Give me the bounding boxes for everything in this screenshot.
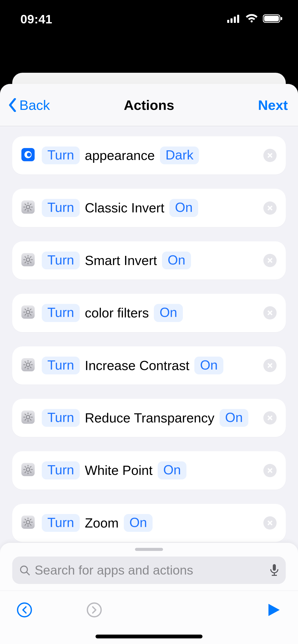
svg-line-14 [25, 204, 26, 205]
action-state-pill[interactable]: On [154, 304, 183, 322]
action-state-pill[interactable]: On [158, 461, 186, 479]
action-state-pill[interactable]: On [124, 514, 153, 532]
home-indicator[interactable] [96, 635, 202, 638]
back-button[interactable]: Back [8, 84, 50, 126]
delete-action-button[interactable] [263, 516, 277, 530]
svg-point-89 [18, 603, 31, 617]
search-icon [19, 565, 30, 576]
settings-icon [21, 463, 35, 476]
action-tokens: TurnappearanceDark [42, 147, 277, 164]
svg-rect-3 [237, 15, 239, 23]
action-card[interactable]: TurnSmart InvertOn [12, 241, 286, 280]
action-card[interactable]: TurnappearanceDark [12, 136, 286, 174]
run-button[interactable] [265, 602, 282, 618]
delete-action-button[interactable] [263, 254, 277, 267]
action-card[interactable]: TurnClassic InvertOn [12, 189, 286, 227]
svg-point-90 [87, 603, 101, 617]
svg-line-81 [30, 524, 31, 525]
svg-rect-5 [264, 16, 279, 21]
redo-icon [86, 602, 102, 618]
action-subject: White Point [85, 462, 153, 478]
status-time: 09:41 [20, 12, 52, 26]
action-tokens: TurnWhite PointOn [42, 461, 277, 479]
svg-line-69 [25, 466, 26, 467]
redo-button[interactable] [86, 602, 102, 618]
next-button[interactable]: Next [258, 84, 288, 126]
action-card[interactable]: Turncolor filtersOn [12, 294, 286, 332]
action-verb-pill[interactable]: Turn [42, 409, 80, 427]
action-tokens: TurnIncrease ContrastOn [42, 357, 277, 374]
undo-button[interactable] [16, 602, 33, 618]
svg-line-37 [30, 314, 31, 315]
svg-line-47 [25, 361, 26, 363]
action-verb-pill[interactable]: Turn [42, 357, 80, 374]
svg-line-26 [30, 262, 31, 263]
action-card[interactable]: TurnWhite PointOn [12, 451, 286, 489]
action-verb-pill[interactable]: Turn [42, 252, 80, 269]
settings-icon [21, 253, 35, 266]
sheet-grabber[interactable] [135, 548, 163, 551]
appearance-icon [21, 148, 35, 161]
delete-action-button[interactable] [263, 359, 277, 372]
cellular-icon [227, 14, 240, 24]
page-title: Actions [124, 97, 174, 113]
mic-icon[interactable] [270, 564, 279, 577]
settings-icon [21, 358, 35, 371]
search-input[interactable] [35, 563, 265, 578]
svg-line-61 [25, 419, 26, 420]
svg-line-58 [25, 414, 26, 415]
svg-line-17 [25, 209, 26, 210]
svg-line-60 [30, 414, 31, 415]
action-state-pill[interactable]: Dark [160, 147, 199, 164]
action-state-pill[interactable]: On [194, 357, 223, 374]
action-verb-pill[interactable]: Turn [42, 304, 80, 322]
svg-line-72 [25, 472, 26, 473]
svg-point-42 [26, 363, 30, 367]
action-subject: Increase Contrast [85, 358, 189, 373]
action-tokens: TurnSmart InvertOn [42, 252, 277, 269]
svg-rect-0 [227, 20, 229, 23]
svg-rect-2 [234, 17, 236, 23]
svg-point-53 [26, 415, 30, 419]
svg-rect-6 [281, 17, 282, 20]
wifi-icon [245, 14, 258, 24]
next-label: Next [258, 97, 288, 113]
action-state-pill[interactable]: On [220, 409, 248, 427]
action-verb-pill[interactable]: Turn [42, 461, 80, 479]
delete-action-button[interactable] [263, 464, 277, 477]
svg-point-31 [26, 310, 30, 314]
battery-icon [263, 14, 283, 24]
svg-line-16 [30, 204, 31, 205]
svg-line-25 [25, 256, 26, 258]
svg-rect-1 [231, 18, 233, 23]
delete-action-button[interactable] [263, 306, 277, 319]
svg-line-59 [30, 419, 31, 420]
search-field[interactable] [12, 557, 286, 584]
delete-action-button[interactable] [263, 201, 277, 215]
svg-line-38 [30, 309, 31, 310]
svg-line-48 [30, 367, 31, 368]
action-tokens: TurnReduce TransparencyOn [42, 409, 277, 427]
action-verb-pill[interactable]: Turn [42, 199, 80, 217]
action-card[interactable]: TurnZoomOn [12, 504, 286, 542]
delete-action-button[interactable] [263, 149, 277, 162]
delete-action-button[interactable] [263, 411, 277, 425]
action-state-pill[interactable]: On [162, 252, 191, 269]
back-label: Back [19, 97, 50, 113]
action-card[interactable]: TurnIncrease ContrastOn [12, 346, 286, 385]
action-subject: Smart Invert [85, 253, 157, 268]
action-verb-pill[interactable]: Turn [42, 514, 80, 532]
actions-sheet: Back Actions Next TurnappearanceDarkTurn… [0, 84, 298, 644]
svg-marker-91 [268, 604, 280, 616]
svg-line-28 [25, 262, 26, 263]
svg-line-36 [25, 309, 26, 310]
action-state-pill[interactable]: On [169, 199, 198, 217]
svg-point-86 [21, 566, 28, 573]
action-tokens: Turncolor filtersOn [42, 304, 277, 322]
action-card[interactable]: TurnReduce TransparencyOn [12, 399, 286, 437]
nav-bar: Back Actions Next [0, 84, 298, 126]
action-subject: Classic Invert [85, 200, 164, 216]
action-verb-pill[interactable]: Turn [42, 147, 80, 164]
svg-line-71 [30, 466, 31, 467]
svg-point-75 [26, 520, 30, 524]
